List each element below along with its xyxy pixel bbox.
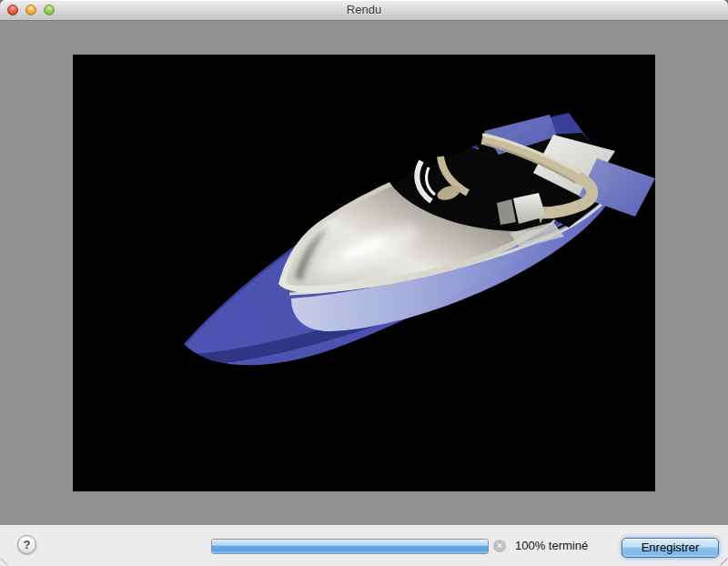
resize-grip[interactable] — [720, 558, 727, 565]
footer-bar: ? ✕ 100% terminé Enregistrer — [0, 525, 728, 566]
titlebar[interactable]: Rendu — [0, 0, 728, 21]
render-window: Rendu — [0, 0, 728, 566]
corner-grip — [0, 558, 7, 565]
progress-status-text: 100% terminé — [515, 538, 588, 554]
help-button[interactable]: ? — [17, 535, 36, 554]
save-button[interactable]: Enregistrer — [622, 538, 719, 558]
boat-render-image — [73, 55, 655, 491]
render-canvas — [73, 55, 655, 491]
progress-bar — [211, 539, 489, 554]
window-title: Rendu — [0, 0, 728, 20]
cancel-icon[interactable]: ✕ — [493, 540, 506, 552]
progress-fill — [212, 540, 488, 553]
